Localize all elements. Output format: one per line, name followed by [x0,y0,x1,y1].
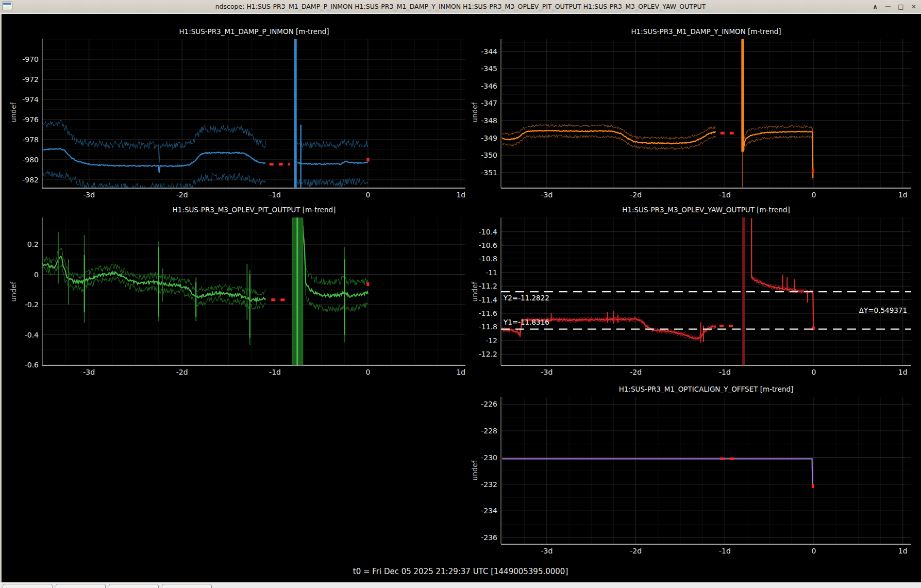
tab-bar [0,582,921,588]
minimize-icon[interactable]: — [884,3,892,11]
x-tick-label: 1d [898,191,908,199]
y-axis-label: undef [9,102,18,122]
footer-tab[interactable] [3,584,53,588]
y-tick-label: -976 [22,115,39,124]
mean-trace [751,218,813,329]
x-tick-label: -2d [630,368,642,376]
y-axis-label: undef [471,102,479,122]
x-tick-label: -2d [176,191,188,199]
x-tick-label: -1d [719,547,731,555]
mean-trace [744,131,813,178]
mean-trace [43,148,266,173]
maximize-icon[interactable]: □ [897,3,905,11]
envelope-min-trace [744,136,813,180]
x-tick-label: 0 [812,547,816,555]
mean-trace [303,226,368,297]
mean-trace [297,161,368,165]
y-tick-label: -230 [481,453,497,462]
latest-data-marker [812,484,814,488]
x-tick-label: 1d [898,368,908,376]
envelope-min-trace [43,171,266,191]
y-tick-label: -10.8 [479,255,497,263]
close-icon[interactable]: ✕ [910,3,918,11]
mean-trace [43,257,266,301]
mean-trace [503,459,813,485]
y-tick-label: -0.2 [25,300,39,309]
x-tick-label: -2d [630,191,642,199]
y-tick-label: -350 [481,151,497,159]
x-tick-label: -3d [541,191,553,199]
plot-damp_y[interactable]: -344-345-346-347-348-349-350-351-3d-2d-1… [471,27,911,199]
envelope-min-trace [751,218,813,328]
y-tick-label: -10.6 [479,241,497,249]
y-tick-label: -974 [22,95,39,104]
envelope-max-trace [751,218,813,328]
grid [42,217,465,365]
footer-tab[interactable] [162,584,212,588]
cursor-y2-label: Y2=-11.2822 [503,294,549,302]
x-tick-label: 0 [812,191,816,199]
footer-tab[interactable] [56,584,106,588]
y-tick-label: -0.4 [25,331,39,339]
y-tick-label: -12 [485,337,497,345]
plot-title: H1:SUS-PR3_M1_DAMP_P_INMON [m-trend] [179,27,329,36]
x-tick-label: -1d [269,191,281,199]
y-tick-label: -970 [22,55,39,63]
plot-oplev_pit[interactable]: 0.20-0.2-0.4-0.6-3d-2d-1d01dH1:SUS-PR3_M… [9,206,465,376]
y-tick-label: -349 [481,134,497,142]
y-tick-label: -10.4 [479,228,497,236]
cursor-y1-label: Y1=-11.8316 [503,318,549,326]
window-menu-icon[interactable] [2,2,12,10]
y-tick-label: -236 [481,533,497,542]
plot-title: H1:SUS-PR3_M3_OPLEV_YAW_OUTPUT [m-trend] [622,206,790,214]
y-tick-label: -12.2 [479,350,497,358]
latest-data-marker [366,158,369,162]
plot-grid[interactable]: -970-972-974-976-978-980-982-3d-2d-1d01d… [0,0,921,588]
y-tick-label: -11.4 [479,296,497,304]
x-tick-label: -2d [630,547,642,555]
y-tick-label: -11.8 [479,323,497,331]
footer-tab[interactable] [109,584,159,588]
plot-opticalign[interactable]: -226-228-230-232-234-236-3d-2d-1d01dH1:S… [471,385,911,555]
x-tick-label: 0 [365,191,370,199]
latest-data-marker [812,169,814,173]
y-tick-label: -972 [22,75,39,83]
envelope-max-trace [43,120,266,163]
titlebar[interactable]: ndscope: H1:SUS-PR3_M1_DAMP_P_INMON H1:S… [0,0,921,14]
shade-icon[interactable]: ∧ [871,3,879,11]
envelope-max-trace [303,220,368,285]
grid [501,39,911,188]
plot-title: H1:SUS-PR3_M1_OPTICALIGN_Y_OFFSET [m-tre… [619,385,794,393]
grid [42,39,465,188]
y-tick-label: -234 [481,507,497,515]
plot-oplev_yaw[interactable]: -10.4-10.6-10.8-11-11.2-11.4-11.6-11.8-1… [471,206,911,376]
envelope-min-trace [43,264,266,309]
envelope-min-trace [503,135,716,149]
plot-title: H1:SUS-PR3_M3_OPLEV_PIT_OUTPUT [m-trend] [173,206,336,214]
y-tick-label: 0 [34,271,39,279]
y-tick-label: -232 [481,480,497,489]
window-menu-icon-bar [3,3,11,5]
window-controls: ∧ — □ ✕ [871,0,918,13]
x-tick-label: -3d [83,191,95,199]
x-tick-label: -3d [541,368,553,376]
x-tick-label: 1d [456,368,465,376]
y-tick-label: -11.2 [479,282,497,290]
x-tick-label: 1d [456,191,465,199]
x-tick-label: 0 [365,368,370,376]
y-tick-label: -345 [481,64,497,73]
y-tick-label: -11.6 [479,309,497,317]
y-tick-label: -351 [481,169,497,177]
y-tick-label: -11 [485,268,497,277]
plot-damp_p[interactable]: -970-972-974-976-978-980-982-3d-2d-1d01d… [9,27,465,199]
y-axis-label: undef [471,460,479,480]
y-tick-label: -0.6 [25,361,39,369]
y-axis-label: undef [9,281,18,301]
envelope-min-trace [303,226,368,312]
series-layer [43,39,370,191]
y-tick-label: -226 [481,400,497,408]
x-tick-label: -3d [541,547,553,555]
x-tick-label: -1d [719,368,731,376]
latest-data-marker [366,282,369,286]
y-tick-label: -228 [481,427,497,435]
